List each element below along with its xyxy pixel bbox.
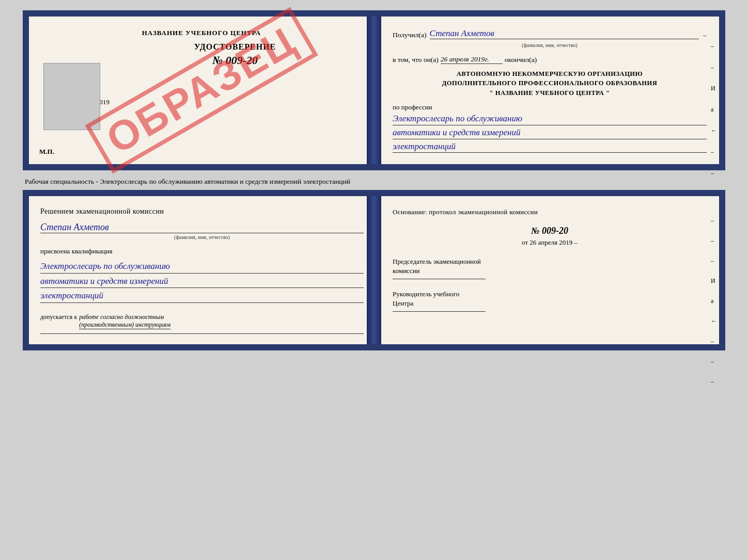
br-chairman-line1: Председатель экаменационной [393, 258, 481, 265]
bottom-right-page: Основание: протокол экаменационной комис… [374, 196, 719, 344]
br-protocol-number: № 009-20 [393, 226, 707, 236]
edge-dash-2: – [711, 63, 717, 71]
bl-qual-line3: электростанций [40, 289, 364, 303]
br-chairman-line2: комиссии [393, 267, 420, 275]
bl-assigned-label: присвоена квалификация [40, 247, 364, 255]
specialty-text: Рабочая специальность - Электрослесарь п… [23, 178, 725, 186]
edge-dash-4: – [711, 169, 717, 177]
bl-name: Степан Ахметов [40, 222, 364, 233]
cert-middle-section: УДОСТОВЕРЕНИЕ № 009-20 [106, 42, 364, 67]
finished-label: окончил(а) [505, 56, 537, 64]
fio-subtitle: (фамилия, имя, отчество) [393, 42, 707, 48]
br-chairman: Председатель экаменационной комиссии [393, 257, 707, 276]
br-date-line: от 26 апреля 2019 – [393, 238, 707, 247]
edge-arrow: ← [711, 127, 717, 135]
org-line3: " НАЗВАНИЕ УЧЕБНОГО ЦЕНТРА " [393, 88, 707, 98]
brm-i: И [711, 277, 717, 285]
top-document: НАЗВАНИЕ УЧЕБНОГО ЦЕНТРА УДОСТОВЕРЕНИЕ №… [23, 10, 725, 170]
profession-label: по профессии [393, 103, 707, 111]
cert-udostoverenie-label: УДОСТОВЕРЕНИЕ [106, 42, 364, 52]
br-date-value: 26 апреля 2019 [529, 238, 572, 246]
br-date-label: от [522, 238, 528, 246]
prof-line2: автоматики и средств измерений [393, 126, 707, 139]
br-date-dash: – [574, 238, 578, 246]
bl-sign-line [40, 333, 364, 334]
edge-dash-1: – [711, 42, 717, 50]
received-line: Получил(а) Степан Ахметов – [393, 29, 707, 39]
brm-dash2: – [711, 237, 717, 245]
cert-date: 26 апреля 2019г. [441, 55, 503, 64]
br-chairman-sign [393, 279, 486, 279]
bl-allowed-label: допускается к [40, 313, 77, 321]
bl-qual-line1: Электрослесарь по обслуживанию [40, 260, 364, 274]
prof-line3: электростанций [393, 140, 707, 153]
brm-a: а [711, 297, 717, 305]
edge-labels: – – И а ← – – – [711, 42, 717, 198]
brm-dash4: – [711, 338, 717, 345]
received-name: Степан Ахметов [430, 29, 699, 39]
in-that-label: в том, что он(а) [393, 56, 439, 64]
bl-title: Решением экаменационной комиссии [40, 207, 364, 216]
br-head-line2: Центра [393, 299, 413, 307]
bl-qual-line2: автоматики и средств измерений [40, 275, 364, 289]
brm-dash3: – [711, 257, 717, 265]
spine-divider [367, 17, 381, 164]
br-head-sign [393, 311, 486, 312]
bottom-document: Решением экаменационной комиссии Степан … [23, 190, 725, 350]
top-left-page: НАЗВАНИЕ УЧЕБНОГО ЦЕНТРА УДОСТОВЕРЕНИЕ №… [29, 17, 374, 164]
bl-fio-subtitle: (фамилия, имя, отчество) [40, 234, 364, 240]
top-right-page: Получил(а) Степан Ахметов – (фамилия, им… [374, 17, 719, 164]
org-line2: ДОПОЛНИТЕЛЬНОГО ПРОФЕССИОНАЛЬНОГО ОБРАЗО… [393, 78, 707, 88]
br-basis-label: Основание: протокол экаменационной комис… [393, 207, 707, 217]
edge-a: а [711, 106, 717, 114]
org-block: АВТОНОМНУЮ НЕКОММЕРЧЕСКУЮ ОРГАНИЗАЦИЮ ДО… [393, 69, 707, 98]
bottom-left-page: Решением экаменационной комиссии Степан … [29, 196, 374, 344]
br-head-line1: Руководитель учебного [393, 290, 459, 298]
org-line1: АВТОНОМНУЮ НЕКОММЕРЧЕСКУЮ ОРГАНИЗАЦИЮ [393, 69, 707, 79]
bl-allowed-text: работе согласно должностным (производств… [79, 313, 170, 329]
prof-line1: Электрослесарь по обслуживанию [393, 113, 707, 125]
cert-number: № 009-20 [106, 54, 364, 67]
dash-1: – [703, 31, 707, 39]
date-line: в том, что он(а) 26 апреля 2019г. окончи… [393, 55, 707, 64]
brm-dash5: – [711, 358, 717, 365]
brm-dash6: – [711, 378, 717, 386]
cert-mp: М.П. [39, 148, 54, 156]
bottom-spine-divider [367, 196, 381, 344]
photo-placeholder [43, 63, 100, 130]
brm-arrow: ← [711, 317, 717, 325]
edge-i: И [711, 85, 717, 92]
bl-allowed-section: допускается к работе согласно должностны… [40, 313, 364, 329]
br-head: Руководитель учебного Центра [393, 290, 707, 308]
edge-dash-3: – [711, 148, 717, 156]
bottom-right-margin-marks: – – – И а ← – – – [711, 217, 717, 386]
brm-dash1: – [711, 217, 717, 225]
received-label: Получил(а) [393, 31, 427, 39]
cert-school-name: НАЗВАНИЕ УЧЕБНОГО ЦЕНТРА [39, 29, 364, 37]
